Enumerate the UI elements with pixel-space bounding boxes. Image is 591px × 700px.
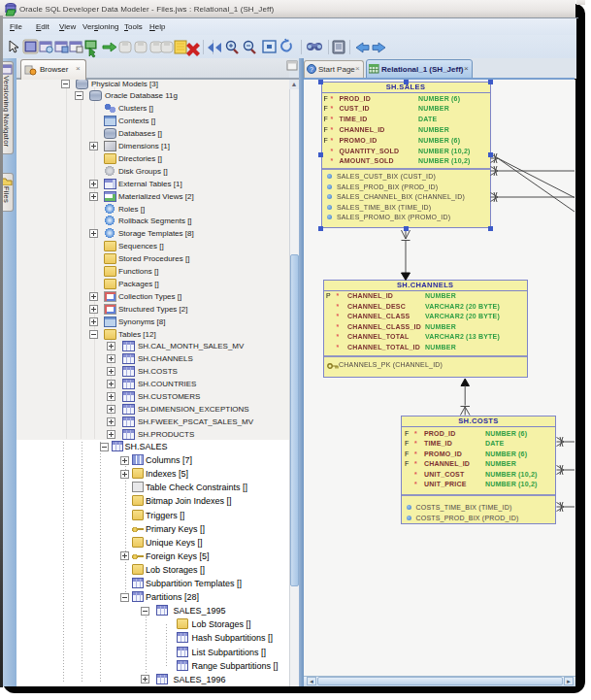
svg-text:?: ?	[310, 66, 313, 73]
